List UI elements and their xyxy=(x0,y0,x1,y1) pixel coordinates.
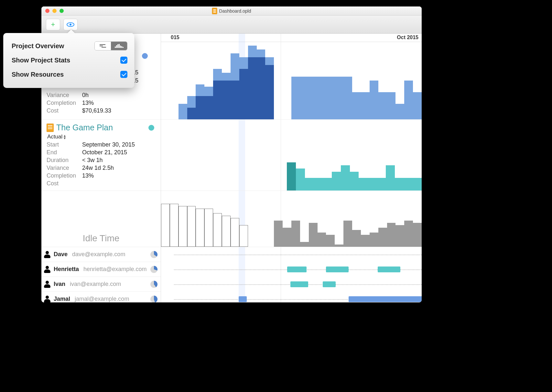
task-bar[interactable] xyxy=(378,267,400,272)
bar xyxy=(187,206,196,247)
person-icon xyxy=(44,281,50,288)
resource-name: Ivan xyxy=(54,281,65,288)
resources-list: Dave dave@example.com Henrietta henriett… xyxy=(41,247,161,302)
bar xyxy=(196,96,204,119)
timeline-header: 015 Oct 2015 xyxy=(161,34,422,42)
add-button[interactable]: + xyxy=(46,19,60,30)
bar xyxy=(341,165,350,191)
resource-name: Dave xyxy=(54,251,68,258)
task-bar[interactable] xyxy=(326,267,349,272)
bar xyxy=(300,77,309,119)
bar xyxy=(343,77,352,119)
bar xyxy=(404,81,413,119)
resource-lane xyxy=(161,247,422,262)
view-options-button[interactable] xyxy=(63,19,78,30)
bar xyxy=(413,92,422,119)
stat-label-variance2: Variance xyxy=(47,165,82,171)
resource-lane xyxy=(161,277,422,292)
bar xyxy=(404,178,413,191)
resource-row[interactable]: Ivan ivan@example.com xyxy=(41,277,161,292)
project-section-2[interactable]: The Game Plan Actual ▴▾ Start September … xyxy=(41,120,161,191)
bar xyxy=(323,178,332,191)
bar xyxy=(291,77,300,119)
actual-selector[interactable]: Actual ▴▾ xyxy=(47,134,161,140)
person-icon xyxy=(44,251,50,258)
resource-row[interactable]: Jamal jamal@example.com xyxy=(41,292,161,302)
chart-row-0 xyxy=(161,42,422,120)
bars-icon xyxy=(115,44,124,48)
stat-value-completion: 13% xyxy=(82,100,161,106)
resource-row[interactable]: Dave dave@example.com xyxy=(41,247,161,262)
stat-label-duration: Duration xyxy=(47,157,82,164)
task-bar[interactable] xyxy=(349,296,422,302)
bar xyxy=(413,178,422,191)
bar xyxy=(395,104,404,119)
stat-label-completion: Completion xyxy=(47,100,82,106)
stat-label-end: End xyxy=(47,149,82,156)
bar xyxy=(314,178,323,191)
bar xyxy=(335,77,343,119)
popover-stats-label: Show Project Stats xyxy=(12,57,70,64)
resource-email: dave@example.com xyxy=(72,251,125,258)
bar xyxy=(213,213,222,247)
stat-value-start: September 30, 2015 xyxy=(82,141,161,148)
show-stats-checkbox[interactable] xyxy=(120,57,127,64)
utilization-pie-icon xyxy=(150,251,157,258)
bar xyxy=(291,221,300,247)
idle-time-label: Idle Time xyxy=(83,233,120,244)
resource-email: henrietta@example.com xyxy=(83,266,146,273)
bar xyxy=(309,223,318,247)
bar xyxy=(296,169,305,191)
bar xyxy=(335,245,343,247)
gantt-icon xyxy=(100,44,106,48)
bar xyxy=(305,178,314,191)
task-bar[interactable] xyxy=(239,296,247,302)
stat-label-cost: Cost xyxy=(47,107,82,114)
utilization-pie-icon xyxy=(150,266,157,273)
stat-value-duration: < 3w 1h xyxy=(82,157,161,164)
task-bar[interactable] xyxy=(323,281,336,287)
stat-label-cost2: Cost xyxy=(47,180,82,187)
stat-value-completion2: 13% xyxy=(82,172,161,179)
resource-row[interactable]: Henrietta henrietta@example.com xyxy=(41,262,161,277)
bar xyxy=(332,172,341,191)
view-options-popover: Project Overview Show Project Stats Show… xyxy=(3,33,135,88)
stat-label-variance: Variance xyxy=(47,92,82,99)
bar xyxy=(309,77,318,119)
close-button[interactable] xyxy=(45,9,49,13)
bar xyxy=(231,81,239,119)
zoom-button[interactable] xyxy=(60,9,64,13)
bar xyxy=(387,223,396,247)
bar xyxy=(370,233,378,247)
overview-style-segmented[interactable] xyxy=(94,41,127,50)
bar xyxy=(326,235,335,247)
bar xyxy=(222,81,231,119)
seg-bars[interactable] xyxy=(111,42,127,50)
resource-lane xyxy=(161,292,422,302)
timeline-area[interactable]: 015 Oct 2015 xyxy=(161,34,422,302)
bar xyxy=(179,104,187,119)
bar xyxy=(318,77,326,119)
show-resources-checkbox[interactable] xyxy=(120,71,127,78)
bar xyxy=(161,204,170,247)
resource-lane xyxy=(161,262,422,277)
bar xyxy=(350,172,359,191)
task-bar[interactable] xyxy=(287,267,307,272)
bar xyxy=(368,178,377,191)
bar xyxy=(352,230,361,247)
task-bar[interactable] xyxy=(290,281,308,287)
bar xyxy=(265,65,274,119)
timeline-month-right: Oct 2015 xyxy=(397,35,418,40)
resource-name: Henrietta xyxy=(54,266,79,273)
minimize-button[interactable] xyxy=(52,9,57,13)
bar xyxy=(300,242,309,247)
bar xyxy=(222,216,231,247)
chart-row-2 xyxy=(161,199,422,247)
resource-name: Jamal xyxy=(54,296,70,302)
seg-gantt[interactable] xyxy=(95,42,111,50)
bar xyxy=(204,209,213,247)
bar xyxy=(326,77,335,119)
bar xyxy=(274,221,283,247)
stat-label-completion2: Completion xyxy=(47,172,82,179)
bar xyxy=(387,92,396,119)
